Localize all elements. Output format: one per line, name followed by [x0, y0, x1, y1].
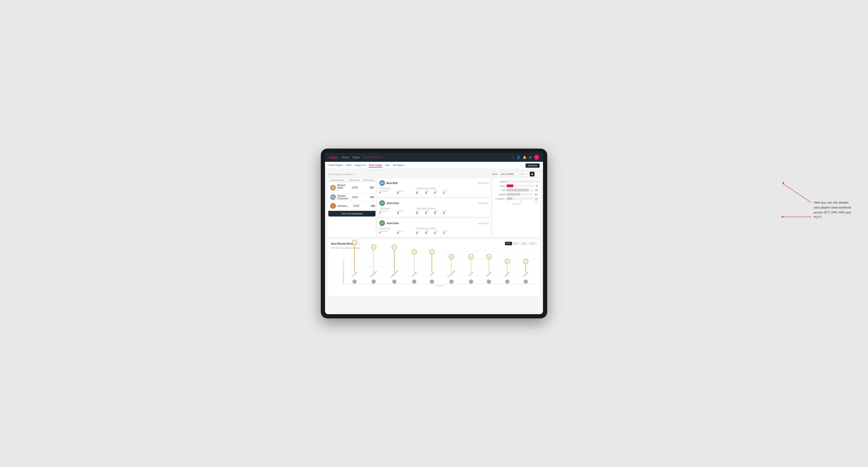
leaderboard-header: PLAYER NAME PB SCORE PB AVG SQ	[328, 178, 375, 183]
streak-player-col: 3x C. Quick	[523, 259, 529, 284]
bar-track	[507, 180, 535, 183]
streak-line	[373, 250, 374, 272]
streak-line	[451, 259, 452, 272]
streak-bubble: 4x	[486, 254, 492, 259]
player-avatar-small	[487, 280, 491, 284]
player-avatar-small	[469, 280, 473, 284]
streak-bubble: 6x	[392, 245, 397, 250]
export-btn[interactable]: ↓	[535, 172, 540, 177]
pb-avg: 110	[362, 186, 374, 189]
player-avatar-small	[524, 280, 528, 284]
tab-ott[interactable]: OTT	[505, 242, 512, 245]
avatar-icon[interactable]: U	[534, 155, 539, 160]
chart-bar-birdies: Birdies 96	[494, 184, 538, 187]
chart-x-axis: 0 200 400	[494, 201, 538, 203]
chart-bar-eagles: Eagles 3	[494, 180, 538, 183]
view-icons: ⊞ ≡ ▦ ↓	[519, 172, 540, 177]
streaks-tabs: OTT APP ARG PUTT	[505, 242, 537, 245]
chart-x-title: Total Shots	[494, 203, 538, 205]
streaks-header: Best Round Streaks ← OTT APP ARG PUTT	[331, 242, 537, 245]
player-avatar-small	[371, 280, 376, 284]
nav-links: Home Teams My Performance	[342, 155, 512, 159]
tab-app[interactable]: APP	[513, 242, 520, 245]
player-avatar-small	[392, 280, 397, 284]
annotation-text: Here you can see streaks your players ha…	[814, 200, 854, 220]
sub-nav-tour[interactable]: Tour	[385, 163, 390, 167]
streak-player-col: 6x B. McHerg	[370, 245, 377, 284]
player-avatar-small	[412, 280, 416, 284]
leaderboard-row[interactable]: RB 1 Richard Butler ★ 19/20 110	[328, 183, 375, 193]
streak-chart-container: Best Streak, Fairway Accuracy 7x	[331, 251, 537, 294]
svg-line-2	[783, 184, 811, 203]
app-logo: clippd	[329, 156, 338, 159]
leaderboard-row[interactable]: C 3 Cameron... 17/20 103	[328, 201, 375, 210]
avatar: C 3	[330, 203, 336, 209]
streak-bubble: 3x	[523, 259, 528, 264]
pb-score: 19/20	[348, 186, 362, 189]
streak-bubble: 7x	[352, 240, 357, 245]
nav-my-performance[interactable]: My Performance	[363, 155, 382, 159]
nav-home[interactable]: Home	[342, 155, 349, 159]
streak-player-col: 5x R. Britt	[429, 249, 434, 284]
streak-bars-area: 7x E. Ebert 6x	[343, 251, 537, 284]
team-header: Team Clippd | 14 Players ✎ Show Last 3 m…	[328, 172, 540, 177]
streak-bubble: 4x	[468, 254, 474, 259]
streak-player-col: 4x M. Miller	[486, 254, 492, 284]
rank-badge: 3	[334, 207, 336, 209]
rank-badge: 1	[334, 188, 336, 191]
sub-nav-pga[interactable]: PGA	[346, 163, 351, 167]
sub-nav-team-clippd[interactable]: Team Clippd	[369, 163, 382, 167]
streak-player-col: 6x D. Billingham	[390, 245, 399, 284]
practice-activities-group: Total Practice Activities OTT 0 APP	[416, 187, 452, 195]
player-card-name: Josh Coles	[386, 222, 399, 224]
player-card-date: 02 Sep 2023	[478, 182, 489, 184]
avatar: RB	[379, 180, 385, 186]
player-name: Cameron...	[337, 205, 349, 207]
tab-arg[interactable]: ARG	[521, 242, 528, 245]
player-avatar-small	[505, 280, 509, 284]
total-rounds-group: Total Rounds Tournament 7 Practice	[379, 187, 414, 195]
streak-bubble: 3x	[505, 259, 510, 264]
leaderboard-row[interactable]: EC 2 Edward Crossman 18/20 107	[328, 193, 375, 201]
period-select[interactable]: Last 3 months	[499, 172, 518, 176]
player-name-label: R. Britt	[430, 272, 434, 276]
annotation: Here you can see streaks your players ha…	[814, 200, 854, 220]
player-avatar-small	[430, 280, 434, 284]
pb-score: 17/20	[349, 205, 363, 207]
bar-track	[507, 197, 533, 200]
settings-icon[interactable]: ⚙	[529, 156, 532, 159]
player-card-date: 26 Aug 2023	[478, 202, 489, 204]
streak-player-col: 4x D. Ford	[468, 254, 474, 284]
sub-nav-all-players[interactable]: All Players	[393, 163, 404, 167]
player-avatar-small	[352, 280, 356, 284]
practice-activities-group: Total Practice Activities OTT 0 APP	[416, 207, 452, 215]
tab-putt[interactable]: PUTT	[529, 242, 537, 245]
user-icon[interactable]: 👤	[517, 156, 520, 159]
annotation-arrow-2	[781, 181, 814, 205]
practice-activities-group: Total Practice Activities OTT 0 APP	[416, 227, 452, 235]
nav-teams[interactable]: Teams	[352, 155, 360, 159]
search-icon[interactable]: ⌕	[512, 156, 514, 159]
pb-score: 18/20	[348, 196, 362, 198]
streak-line	[507, 264, 507, 272]
svg-marker-3	[782, 182, 784, 184]
sub-nav-hcaps[interactable]: Hcaps 1-5	[355, 163, 366, 167]
player-card-name: Josh Coles	[386, 202, 399, 205]
player-card-name: Rees Britt	[386, 182, 398, 184]
edit-icon[interactable]: ✎	[353, 173, 355, 175]
streak-bubble: 6x	[371, 245, 376, 250]
streak-bubble: 4x	[449, 254, 454, 259]
streak-line	[432, 254, 432, 272]
add-team-button[interactable]: Add Team	[526, 163, 540, 168]
bell-icon[interactable]: 🔔	[523, 156, 526, 159]
card-view-btn[interactable]: ▦	[530, 172, 534, 177]
player-avatar-small	[450, 280, 454, 284]
list-view-btn[interactable]: ≡	[525, 172, 529, 177]
grid-view-btn[interactable]: ⊞	[519, 172, 524, 177]
bar-track	[507, 184, 534, 187]
chart-bar-pars: Pars 499	[494, 189, 538, 191]
view-leaderboard-button[interactable]: View Full Leaderboard	[328, 211, 375, 217]
streak-player-col: 4x E. Crossman	[446, 254, 456, 284]
sub-nav-pgat[interactable]: PGAT Players	[328, 163, 343, 167]
show-label: Show	[492, 173, 497, 175]
